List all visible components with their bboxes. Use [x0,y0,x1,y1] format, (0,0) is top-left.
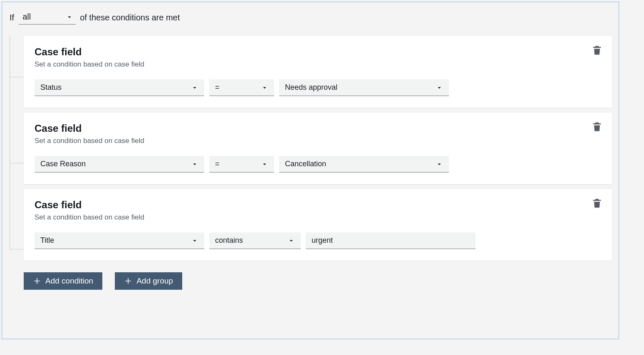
condition-selectors: Status = Needs approval [35,79,601,96]
tree-line [10,163,24,163]
plus-icon [124,277,132,285]
chevron-down-icon [261,84,268,91]
condition-subtitle: Set a condition based on case field [35,60,601,69]
tree-line [10,36,10,77]
operator-select-value: = [215,83,220,92]
field-select-value: Title [40,236,54,245]
value-select[interactable]: Needs approval [279,79,449,96]
match-mode-value: all [22,12,31,22]
operator-select-value: = [215,160,220,168]
condition-title: Case field [35,123,601,134]
value-select-value: Needs approval [285,83,337,92]
condition-title: Case field [35,199,601,211]
tree-line [10,249,24,249]
tree-line [10,77,10,163]
chevron-down-icon [191,237,198,244]
value-input[interactable] [306,232,476,249]
delete-condition-button[interactable] [591,197,603,209]
trash-icon [591,121,603,133]
condition-subtitle: Set a condition based on case field [35,137,601,145]
add-condition-button[interactable]: Add condition [24,272,102,290]
plus-icon [33,277,41,285]
field-select-value: Status [40,83,62,92]
delete-condition-button[interactable] [591,44,603,56]
condition-card: Case field Set a condition based on case… [24,36,612,108]
header-prefix: If [10,13,14,22]
operator-select[interactable]: contains [209,232,301,249]
condition-card: Case field Set a condition based on case… [24,189,612,261]
actions-row: Add condition Add group [24,272,612,290]
match-mode-select[interactable]: all [18,10,76,25]
conditions-panel: If all of these conditions are met Case … [2,2,619,339]
condition-subtitle: Set a condition based on case field [35,213,601,222]
value-select[interactable]: Cancellation [279,156,449,173]
trash-icon [591,44,603,56]
condition-selectors: Title contains [35,232,601,249]
field-select[interactable]: Case Reason [35,156,204,173]
chevron-down-icon [66,13,73,21]
add-group-button[interactable]: Add group [115,272,182,290]
trash-icon [591,197,603,209]
chevron-down-icon [191,84,198,91]
chevron-down-icon [287,237,295,244]
field-select[interactable]: Title [35,232,204,249]
operator-select-value: contains [215,236,243,245]
operator-select[interactable]: = [209,156,274,173]
operator-select[interactable]: = [209,79,274,96]
tree-line [10,77,24,77]
add-condition-label: Add condition [45,276,93,286]
conditions-header: If all of these conditions are met [10,10,612,25]
chevron-down-icon [436,84,443,91]
tree-line [10,163,10,249]
delete-condition-button[interactable] [591,121,603,133]
condition-card: Case field Set a condition based on case… [24,113,612,184]
conditions-list: Case field Set a condition based on case… [9,36,612,261]
header-suffix: of these conditions are met [80,13,180,22]
value-select-value: Cancellation [285,160,326,168]
condition-selectors: Case Reason = Cancellation [35,156,601,173]
field-select[interactable]: Status [35,79,204,96]
chevron-down-icon [191,160,198,168]
add-group-label: Add group [136,276,173,286]
chevron-down-icon [436,160,443,168]
condition-title: Case field [35,46,601,58]
field-select-value: Case Reason [40,160,86,168]
chevron-down-icon [261,160,268,168]
